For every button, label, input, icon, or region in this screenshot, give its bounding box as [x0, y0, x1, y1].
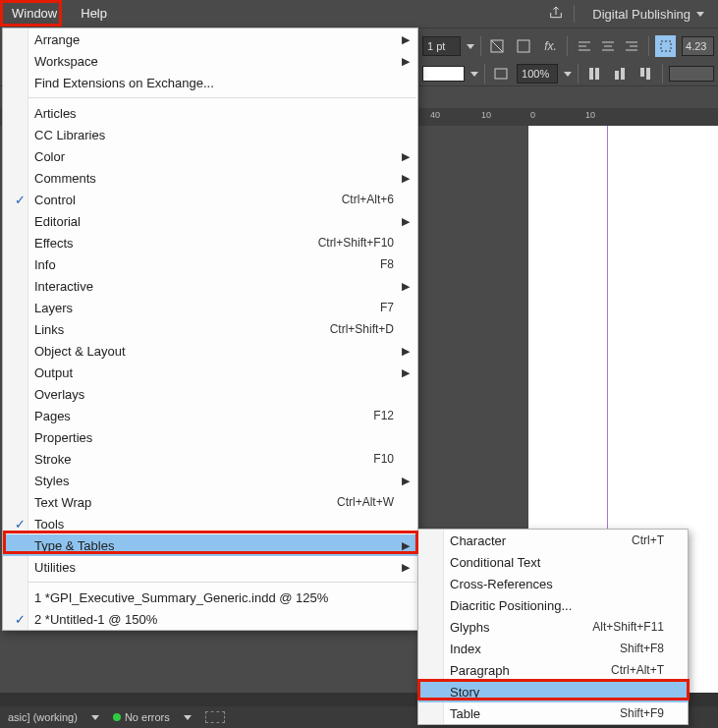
chevron-down-icon[interactable]: [470, 72, 478, 77]
menu-item-label: Tools: [34, 517, 64, 532]
coord-field[interactable]: 4.23: [682, 36, 714, 56]
type-tables-item-cross-references[interactable]: Cross-References: [418, 573, 688, 594]
chevron-down-icon[interactable]: [467, 44, 474, 49]
window-menu-item-workspace[interactable]: Workspace▶: [3, 50, 417, 72]
svg-rect-19: [646, 68, 650, 80]
type-tables-item-paragraph[interactable]: ParagraphCtrl+Alt+T: [418, 659, 688, 681]
window-menu-item-object-layout[interactable]: Object & Layout▶: [3, 340, 417, 362]
frame-option-2-icon[interactable]: [514, 35, 534, 57]
window-menu-panel: Arrange▶Workspace▶Find Extensions on Exc…: [2, 28, 418, 631]
window-menu-item-color[interactable]: Color▶: [3, 145, 417, 167]
status-dot-icon: [113, 713, 121, 721]
zoom-field[interactable]: 100%: [517, 64, 558, 84]
menu-item-label: Properties: [34, 430, 92, 445]
screen-mode-icon[interactable]: [491, 63, 511, 84]
svg-rect-17: [621, 68, 625, 80]
ruler-tick-label: 0: [530, 110, 535, 120]
window-menu-item-comments[interactable]: Comments▶: [3, 167, 417, 189]
window-menu-item-properties[interactable]: Properties: [3, 426, 417, 448]
window-menu-item-info[interactable]: InfoF8: [3, 253, 417, 275]
submenu-arrow-icon: ▶: [402, 150, 410, 163]
menu-shortcut: F12: [373, 409, 394, 422]
paragraph-align-group: [574, 35, 642, 57]
type-tables-item-glyphs[interactable]: GlyphsAlt+Shift+F11: [418, 616, 688, 638]
window-menu-item-styles[interactable]: Styles▶: [3, 470, 417, 491]
menu-shortcut: Ctrl+Shift+F10: [318, 236, 394, 250]
status-box-icon[interactable]: [205, 711, 225, 723]
window-menu-item-editorial[interactable]: Editorial▶: [3, 210, 417, 232]
menu-item-label: Comments: [34, 171, 96, 186]
workspace-label: Digital Publishing: [592, 7, 690, 22]
menu-help[interactable]: Help: [69, 0, 119, 28]
menu-window[interactable]: Window: [0, 0, 69, 28]
window-menu-item-find-extensions-on-exchange[interactable]: Find Extensions on Exchange...: [3, 72, 417, 93]
window-menu-item-tools[interactable]: ✓Tools: [3, 513, 417, 534]
chevron-down-icon[interactable]: [564, 72, 572, 77]
window-menu-item-layers[interactable]: LayersF7: [3, 297, 417, 318]
window-menu-item-effects[interactable]: EffectsCtrl+Shift+F10: [3, 232, 417, 253]
menu-item-label: Object & Layout: [34, 344, 126, 359]
menu-shortcut: Ctrl+Shift+D: [330, 322, 394, 336]
window-menu-item-text-wrap[interactable]: Text WrapCtrl+Alt+W: [3, 491, 417, 513]
svg-line-1: [491, 40, 503, 52]
chevron-down-icon[interactable]: [91, 715, 99, 720]
svg-rect-18: [640, 68, 644, 77]
menu-item-label: Articles: [34, 106, 77, 121]
preflight-status[interactable]: No errors: [113, 711, 170, 723]
window-menu-item-overlays[interactable]: Overlays: [3, 383, 417, 405]
col-align-1-icon[interactable]: [583, 63, 603, 84]
type-tables-item-index[interactable]: IndexShift+F8: [418, 638, 688, 659]
stroke-weight-field[interactable]: 1 pt: [422, 36, 461, 56]
window-menu-item-arrange[interactable]: Arrange▶: [3, 28, 417, 50]
align-center-icon[interactable]: [597, 35, 619, 57]
menu-item-label: Workspace: [34, 54, 98, 69]
menu-item-label: Type & Tables: [34, 538, 114, 553]
type-tables-item-conditional-text[interactable]: Conditional Text: [418, 551, 688, 573]
window-menu-item-articles[interactable]: Articles: [3, 102, 417, 124]
window-menu-item-cc-libraries[interactable]: CC Libraries: [3, 124, 417, 145]
window-menu-item-type-tables[interactable]: Type & Tables▶: [3, 534, 417, 556]
menu-item-label: Color: [34, 149, 65, 164]
menu-shortcut: F10: [373, 452, 394, 466]
menu-separator: [4, 97, 416, 98]
menu-shortcut: F7: [380, 301, 394, 314]
ruler-tick-label: 40: [430, 110, 440, 120]
menu-item-label: Arrange: [34, 32, 80, 47]
window-menu-item-2-untitled-1-150[interactable]: ✓2 *Untitled-1 @ 150%: [3, 608, 417, 630]
chevron-down-icon[interactable]: [184, 715, 192, 720]
col-align-2-icon[interactable]: [610, 63, 630, 84]
menu-shortcut: Ctrl+Alt+6: [342, 193, 394, 206]
menu-item-label: 1 *GPI_Executive_Summary_Generic.indd @ …: [34, 590, 328, 605]
menu-item-label: Conditional Text: [450, 555, 540, 570]
misc-field[interactable]: [669, 66, 714, 82]
window-menu-item-utilities[interactable]: Utilities▶: [3, 556, 417, 578]
svg-rect-16: [615, 71, 619, 80]
window-menu-item-output[interactable]: Output▶: [3, 362, 417, 383]
window-menu-item-control[interactable]: ✓ControlCtrl+Alt+6: [3, 189, 417, 210]
type-tables-item-table[interactable]: TableShift+F9: [418, 702, 688, 724]
menu-item-label: 2 *Untitled-1 @ 150%: [34, 612, 157, 627]
window-menu-item-1-gpi-executive-summary-generic-indd-125[interactable]: 1 *GPI_Executive_Summary_Generic.indd @ …: [3, 587, 417, 608]
col-align-3-icon[interactable]: [635, 63, 655, 84]
menu-item-label: Control: [34, 193, 76, 207]
type-tables-submenu: CharacterCtrl+TConditional TextCross-Ref…: [417, 529, 689, 725]
submenu-arrow-icon: ▶: [402, 55, 410, 68]
workspace-switcher[interactable]: Digital Publishing: [584, 7, 712, 22]
align-right-icon[interactable]: [621, 35, 642, 57]
type-tables-item-story[interactable]: Story: [418, 681, 688, 702]
menu-shortcut: Shift+F9: [620, 706, 664, 720]
menu-item-label: Table: [450, 706, 480, 721]
window-menu-item-stroke[interactable]: StrokeF10: [3, 448, 417, 470]
type-tables-item-character[interactable]: CharacterCtrl+T: [418, 530, 688, 551]
window-menu-item-interactive[interactable]: Interactive▶: [3, 275, 417, 297]
selection-highlight-icon[interactable]: [655, 35, 676, 57]
align-left-icon[interactable]: [574, 35, 595, 57]
window-menu-item-links[interactable]: LinksCtrl+Shift+D: [3, 318, 417, 340]
share-icon[interactable]: [548, 5, 564, 24]
window-menu-item-pages[interactable]: PagesF12: [3, 405, 417, 426]
frame-option-1-icon[interactable]: [487, 35, 508, 57]
fx-icon[interactable]: fx.: [540, 35, 561, 57]
type-tables-item-diacritic-positioning[interactable]: Diacritic Positioning...: [418, 594, 688, 616]
fill-swatch[interactable]: [422, 66, 465, 82]
menubar: Window Help Digital Publishing: [0, 0, 718, 28]
